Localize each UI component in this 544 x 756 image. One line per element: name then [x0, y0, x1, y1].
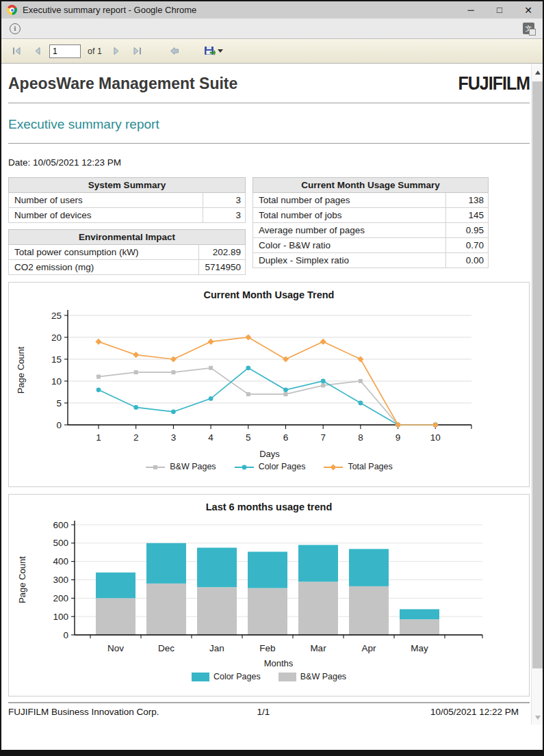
- legend-item: Total Pages: [323, 462, 392, 471]
- legend-swatch: [192, 673, 209, 681]
- label-cell: Number of users: [9, 193, 203, 208]
- svg-text:9: 9: [396, 432, 401, 443]
- legend-label: B&W Pages: [170, 462, 216, 471]
- page-info-icon[interactable]: i: [10, 23, 21, 34]
- window-title: Executive summary report - Google Chrome: [23, 5, 456, 15]
- report-viewer-toolbar: of 1: [1, 39, 543, 64]
- back-to-parent-button[interactable]: [166, 43, 183, 60]
- bar-chart-title: Last 6 months usage trend: [9, 501, 529, 515]
- label-cell: Average number of pages: [253, 223, 446, 238]
- svg-text:5: 5: [246, 432, 251, 443]
- app-title: ApeosWare Management Suite: [8, 75, 237, 93]
- scrollbar-up-button[interactable]: [532, 66, 543, 78]
- svg-text:1: 1: [96, 432, 101, 443]
- next-page-button[interactable]: [109, 43, 125, 60]
- value-cell: 138: [446, 193, 489, 208]
- bar-chart-legend: Color PagesB&W Pages: [9, 671, 529, 681]
- svg-text:Nov: Nov: [107, 643, 124, 653]
- table-row: Duplex - Simplex ratio0.00: [253, 253, 489, 268]
- svg-text:100: 100: [53, 612, 68, 622]
- line-chart-title: Current Month Usage Trend: [9, 289, 529, 303]
- last-page-icon: [133, 47, 142, 55]
- table-title: System Summary: [9, 178, 246, 193]
- page-count-label: of 1: [88, 47, 102, 56]
- svg-text:Months: Months: [264, 658, 294, 668]
- current-month-usage-table: Current Month Usage SummaryTotal number …: [252, 177, 489, 268]
- value-cell: 0.70: [446, 238, 489, 253]
- legend-swatch: [279, 673, 296, 681]
- report-title: Executive summary report: [8, 117, 543, 132]
- legend-label: B&W Pages: [300, 672, 346, 681]
- label-cell: Total power consumption (kW): [9, 245, 199, 260]
- legend-label: Color Pages: [213, 672, 261, 681]
- value-cell: 5714950: [199, 260, 246, 275]
- last-page-button[interactable]: [129, 43, 146, 60]
- table-row: Average number of pages0.95: [253, 223, 489, 238]
- value-cell: 3: [203, 208, 246, 223]
- scroll-down-icon: [535, 716, 541, 720]
- scrollbar-down-button[interactable]: [532, 712, 543, 723]
- svg-text:2: 2: [133, 432, 139, 443]
- svg-text:Days: Days: [259, 449, 280, 459]
- table-title: Environmental Impact: [9, 230, 246, 245]
- label-cell: Color - B&W ratio: [253, 238, 446, 253]
- next-page-icon: [113, 47, 121, 55]
- report-date: Date: 10/05/2021 12:23 PM: [8, 157, 543, 168]
- table-row: Number of users3: [9, 193, 246, 208]
- maximize-button[interactable]: □: [485, 1, 514, 18]
- svg-text:15: 15: [51, 354, 62, 365]
- label-cell: CO2 emission (mg): [9, 260, 199, 275]
- svg-text:Page Count: Page Count: [16, 346, 26, 393]
- value-cell: 0.00: [446, 253, 489, 268]
- table-row: Total number of jobs145: [253, 208, 489, 223]
- bar-chart-plot: 0100200300400500600NovDecJanFebMarAprMay…: [14, 517, 523, 670]
- svg-text:6: 6: [283, 432, 289, 443]
- report-viewport: ApeosWare Management Suite FUJIFILM Exec…: [1, 64, 543, 750]
- previous-page-button[interactable]: [29, 43, 45, 60]
- chrome-icon: [7, 5, 17, 15]
- fujifilm-logo: FUJIFILM: [458, 73, 530, 94]
- footer-page-number: 1/1: [179, 707, 349, 717]
- vertical-scrollbar[interactable]: [531, 64, 543, 725]
- legend-swatch: [323, 463, 344, 471]
- close-button[interactable]: ✕: [514, 1, 543, 18]
- legend-swatch: [234, 463, 255, 471]
- svg-text:May: May: [411, 643, 428, 653]
- footer-company: FUJIFILM Business Innovation Corp.: [8, 707, 179, 717]
- system-summary-table: System SummaryNumber of users3Number of …: [8, 177, 246, 223]
- page-number-input[interactable]: [49, 44, 81, 58]
- table-row: Number of devices3: [9, 208, 246, 223]
- divider-2: [8, 143, 530, 144]
- legend-label: Color Pages: [259, 462, 306, 471]
- svg-text:10: 10: [430, 432, 441, 443]
- legend-item: B&W Pages: [279, 671, 346, 681]
- translate-icon[interactable]: 文: [523, 23, 534, 34]
- export-button[interactable]: [203, 43, 224, 60]
- legend-label: Total Pages: [348, 462, 392, 471]
- svg-text:0: 0: [63, 630, 68, 640]
- label-cell: Total number of jobs: [253, 208, 446, 223]
- svg-text:8: 8: [358, 432, 363, 443]
- footer-timestamp: 10/05/2021 12:22 PM: [348, 707, 530, 717]
- scrollbar-thumb[interactable]: [532, 81, 543, 668]
- svg-text:Dec: Dec: [158, 643, 174, 653]
- scroll-up-icon: [535, 70, 541, 75]
- table-row: Total power consumption (kW)202.89: [9, 245, 246, 260]
- svg-text:Feb: Feb: [259, 643, 275, 653]
- six-month-bar-chart: Last 6 months usage trend 01002003004005…: [8, 494, 530, 696]
- legend-swatch: [145, 463, 166, 471]
- label-cell: Duplex - Simplex ratio: [253, 253, 446, 268]
- minimize-button[interactable]: ─: [456, 1, 485, 18]
- first-page-button[interactable]: [8, 43, 25, 60]
- value-cell: 3: [203, 193, 246, 208]
- report-footer: FUJIFILM Business Innovation Corp. 1/1 1…: [8, 702, 530, 717]
- save-export-icon: [204, 46, 216, 57]
- svg-text:20: 20: [51, 333, 62, 343]
- svg-text:5: 5: [56, 398, 62, 408]
- summary-tables: System SummaryNumber of users3Number of …: [8, 177, 543, 275]
- svg-text:25: 25: [51, 311, 62, 321]
- svg-text:Jan: Jan: [209, 643, 224, 653]
- usage-trend-line-chart: Current Month Usage Trend 05101520251234…: [8, 282, 530, 487]
- previous-page-icon: [33, 47, 41, 55]
- window-titlebar: Executive summary report - Google Chrome…: [1, 1, 543, 18]
